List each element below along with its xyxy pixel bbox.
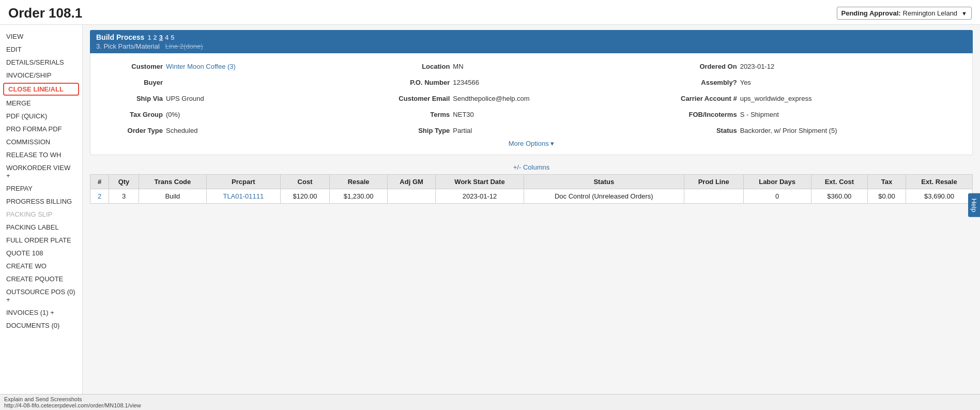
sidebar-item-create-wo[interactable]: CREATE WO (0, 260, 82, 272)
build-process-bar: Build Process 1 2 3 4 5 3. Pick Parts/Ma… (90, 30, 973, 53)
terms-label: Terms (388, 111, 450, 118)
col-header-adj-gm: Adj GM (387, 175, 435, 189)
step-5[interactable]: 5 (171, 34, 174, 41)
sidebar: VIEWEDITDETAILS/SERIALSINVOICE/SHIPCLOSE… (0, 25, 83, 410)
col-header-ext-cost: Ext. Cost (811, 175, 867, 189)
main-area: VIEWEDITDETAILS/SERIALSINVOICE/SHIPCLOSE… (0, 25, 980, 410)
col-header-qty: Qty (109, 175, 139, 189)
sidebar-item-documents[interactable]: DOCUMENTS (0) (0, 319, 82, 332)
approval-label: Pending Approval: (841, 9, 901, 17)
sidebar-item-invoices[interactable]: INVOICES (1) + (0, 306, 82, 319)
sidebar-item-full-order-plate[interactable]: FULL ORDER PLATE (0, 234, 82, 247)
content-area: Build Process 1 2 3 4 5 3. Pick Parts/Ma… (83, 25, 980, 410)
sidebar-item-pdf-quick[interactable]: PDF (QUICK) (0, 110, 82, 123)
order-type-label: Order Type (101, 127, 163, 134)
sidebar-item-edit[interactable]: EDIT (0, 43, 82, 56)
sidebar-item-merge[interactable]: MERGE (0, 97, 82, 110)
sidebar-item-pro-forma-pdf[interactable]: PRO FORMA PDF (0, 123, 82, 135)
sidebar-item-view[interactable]: VIEW (0, 30, 82, 43)
sidebar-item-release-to-wh[interactable]: RELEASE TO WH (0, 148, 82, 161)
customer-email-label: Customer Email (388, 95, 450, 102)
table-cell-ext-resale: $3,690.00 (906, 189, 973, 204)
sidebar-item-outsource-pos[interactable]: OUTSOURCE POS (0) + (0, 285, 82, 306)
approval-user: Remington Leland (903, 9, 958, 17)
location-label: Location (388, 63, 450, 70)
step-2[interactable]: 2 (154, 34, 157, 41)
status-line1: Explain and Send Screenshots (4, 396, 976, 402)
help-tab[interactable]: Help (968, 193, 980, 217)
tax-group-label: Tax Group (101, 111, 163, 118)
ordered-on-label: Ordered On (675, 63, 737, 70)
approval-dropdown-arrow[interactable]: ▼ (961, 10, 967, 17)
info-card: Customer Winter Moon Coffee (3) Location… (90, 53, 973, 155)
plus-minus-columns[interactable]: +/- Columns (90, 160, 973, 174)
fob-cell: FOB/Incoterms S - Shipment (675, 109, 962, 120)
carrier-account-value: ups_worldwide_express (740, 95, 812, 102)
col-header-cost: Cost (280, 175, 330, 189)
sidebar-item-invoice-ship[interactable]: INVOICE/SHIP (0, 69, 82, 82)
carrier-account-cell: Carrier Account # ups_worldwide_express (675, 93, 962, 104)
approval-badge[interactable]: Pending Approval: Remington Leland ▼ (837, 7, 972, 20)
sidebar-item-packing-label[interactable]: PACKING LABEL (0, 221, 82, 234)
sidebar-item-details-serials[interactable]: DETAILS/SERIALS (0, 56, 82, 69)
data-table: #QtyTrans CodePrcpartCostResaleAdj GMWor… (90, 174, 973, 204)
sidebar-item-commission[interactable]: COMMISSION (0, 135, 82, 148)
table-cell-qty: 3 (109, 189, 139, 204)
more-options-button[interactable]: More Options ▾ (101, 136, 962, 150)
customer-cell: Customer Winter Moon Coffee (3) (101, 60, 388, 72)
sidebar-item-progress-billing[interactable]: PROGRESS BILLING (0, 195, 82, 208)
table-cell-resale: $1,230.00 (330, 189, 388, 204)
col-header-num: # (90, 175, 109, 189)
customer-value[interactable]: Winter Moon Coffee (3) (166, 63, 236, 70)
fob-value: S - Shipment (740, 111, 779, 118)
location-value: MN (453, 63, 463, 70)
buyer-label: Buyer (101, 79, 163, 86)
table-cell-status: Doc Control (Unreleased Orders) (524, 189, 684, 204)
build-process-done: Line 2(done) (165, 42, 203, 50)
ship-via-cell: Ship Via UPS Ground (101, 93, 388, 104)
ship-via-value: UPS Ground (166, 95, 204, 102)
tax-group-cell: Tax Group (0%) (101, 109, 388, 120)
status-value: Backorder, w/ Prior Shipment (5) (740, 127, 837, 134)
table-cell-prod-line (684, 189, 743, 204)
col-header-resale: Resale (330, 175, 388, 189)
customer-email-value: Sendthepolice@help.com (453, 95, 529, 102)
table-cell-ext-cost: $360.00 (811, 189, 867, 204)
page-title: Order 108.1 (8, 5, 82, 21)
col-header-trans-code: Trans Code (139, 175, 206, 189)
ship-type-cell: Ship Type Partial (388, 125, 675, 136)
step-1[interactable]: 1 (147, 34, 151, 41)
table-cell-cost: $120.00 (280, 189, 330, 204)
ship-type-label: Ship Type (388, 127, 450, 134)
order-type-value: Scheduled (166, 127, 197, 134)
status-label: Status (675, 127, 737, 134)
location-cell: Location MN (388, 60, 675, 72)
order-type-cell: Order Type Scheduled (101, 125, 388, 136)
sidebar-item-packing-slip: PACKING SLIP (0, 208, 82, 221)
sidebar-item-workorder-view[interactable]: WORKORDER VIEW + (0, 161, 82, 182)
table-body: 23BuildTLA01-01111$120.00$1,230.002023-0… (90, 189, 973, 204)
sidebar-item-create-pquote[interactable]: CREATE PQUOTE (0, 272, 82, 285)
tax-group-value: (0%) (166, 111, 180, 118)
step-4[interactable]: 4 (165, 34, 169, 41)
table-cell-num[interactable]: 2 (90, 189, 109, 204)
build-process-subtitle: 3. Pick Parts/Material (96, 42, 160, 50)
col-header-status: Status (524, 175, 684, 189)
info-grid: Customer Winter Moon Coffee (3) Location… (101, 60, 962, 136)
table-row: 23BuildTLA01-01111$120.00$1,230.002023-0… (90, 189, 973, 204)
ordered-on-cell: Ordered On 2023-01-12 (675, 60, 962, 72)
table-cell-labor-days: 0 (743, 189, 811, 204)
terms-value: NET30 (453, 111, 473, 118)
step-3[interactable]: 3 (159, 34, 163, 41)
build-process-sub: 3. Pick Parts/Material Line 2(done) (96, 42, 967, 50)
status-line2: http://4-08-fifo.cetecerpdevel.com/order… (4, 402, 976, 408)
sidebar-item-quote-108[interactable]: QUOTE 108 (0, 247, 82, 260)
sidebar-item-close-line-all[interactable]: CLOSE LINE/ALL (3, 83, 79, 96)
top-bar: Order 108.1 Pending Approval: Remington … (0, 0, 980, 25)
col-header-labor-days: Labor Days (743, 175, 811, 189)
table-header: #QtyTrans CodePrcpartCostResaleAdj GMWor… (90, 175, 973, 189)
po-number-label: P.O. Number (388, 79, 450, 86)
table-cell-prcpart[interactable]: TLA01-01111 (206, 189, 280, 204)
sidebar-item-prepay[interactable]: PREPAY (0, 182, 82, 195)
build-process-label: Build Process (96, 33, 144, 41)
